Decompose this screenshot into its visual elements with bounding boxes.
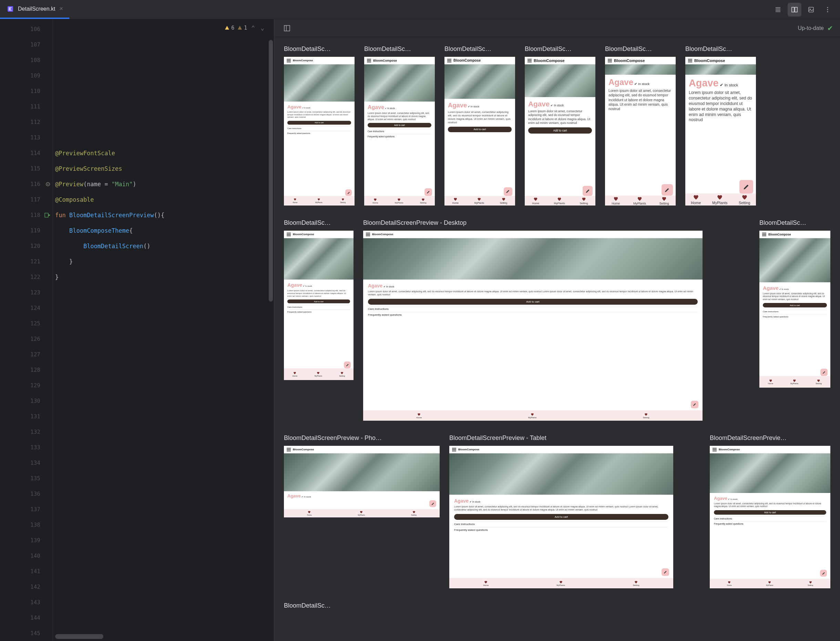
- view-design-icon[interactable]: [804, 3, 818, 16]
- code-line[interactable]: [53, 378, 274, 393]
- inspections-widget[interactable]: 6 1 ⌃ ⌄: [222, 23, 268, 33]
- code-line[interactable]: [53, 502, 274, 517]
- file-tab-active[interactable]: DetailScreen.kt ×: [0, 0, 69, 19]
- preview-canvas[interactable]: BloomDetailSc…BloomComposeAgave ✔ In sto…: [274, 37, 840, 641]
- line-number-row: 143: [0, 594, 53, 610]
- preview-item[interactable]: BloomDetailSc…BloomComposeAgave ✔ In sto…: [444, 45, 515, 206]
- chevron-down-icon[interactable]: ⌄: [259, 24, 266, 31]
- preview-item[interactable]: BloomDetailSc…BloomComposeAgave ✔ In sto…: [759, 219, 830, 421]
- code-line[interactable]: [53, 316, 274, 331]
- preview-mock[interactable]: BloomComposeAgave ✔ In stockLorem ipsum …: [685, 57, 756, 206]
- preview-item[interactable]: BloomDetailScreenPreview - Pho…BloomComp…: [284, 435, 439, 588]
- code-line[interactable]: [53, 533, 274, 548]
- preview-item[interactable]: BloomDetailSc…BloomComposeAgave ✔ In sto…: [284, 45, 355, 206]
- code-line[interactable]: BloomDetailScreen(): [53, 238, 274, 254]
- code-line[interactable]: [53, 347, 274, 362]
- run-preview-icon[interactable]: [44, 212, 51, 218]
- code-line[interactable]: [53, 409, 274, 424]
- close-icon[interactable]: ×: [60, 5, 63, 12]
- vertical-scrollbar-thumb[interactable]: [269, 40, 273, 301]
- line-number: 142: [30, 583, 40, 590]
- code-line[interactable]: [53, 517, 274, 533]
- preview-mock[interactable]: BloomComposeAgave ✔ In stockLorem ipsum …: [449, 446, 673, 588]
- code-line[interactable]: [53, 594, 274, 610]
- preview-item[interactable]: BloomDetailSc…BloomComposeAgave ✔ In sto…: [525, 45, 595, 206]
- preview-item[interactable]: BloomDetailSc…BloomComposeAgave ✔ In sto…: [605, 45, 676, 206]
- preview-item[interactable]: BloomDetailSc…BloomComposeAgave ✔ In sto…: [685, 45, 756, 206]
- code-line[interactable]: }: [53, 254, 274, 269]
- preview-item[interactable]: BloomDetailScreenPrevie…BloomComposeAgav…: [710, 435, 830, 588]
- vertical-scrollbar-track[interactable]: [267, 19, 274, 641]
- code-line[interactable]: BloomComposeTheme{: [53, 223, 274, 238]
- code-line[interactable]: [53, 548, 274, 564]
- preview-item[interactable]: BloomDetailScreenPreview - TabletBloomCo…: [449, 435, 673, 588]
- preview-mock[interactable]: BloomComposeAgave ✔ In stockLorem ipsum …: [284, 57, 355, 206]
- preview-mock[interactable]: BloomComposeAgave ✔ In stockLorem ipsum …: [284, 231, 354, 380]
- code-line[interactable]: [53, 114, 274, 130]
- code-line[interactable]: [53, 331, 274, 347]
- gear-icon[interactable]: [45, 181, 51, 187]
- warnings-count[interactable]: 6: [224, 25, 234, 31]
- code-line[interactable]: [53, 68, 274, 83]
- svg-point-4: [810, 8, 811, 9]
- code-line[interactable]: [53, 393, 274, 409]
- code-line[interactable]: fun BloomDetailScreenPreview(){: [53, 207, 274, 223]
- code-line[interactable]: [53, 610, 274, 625]
- code-line[interactable]: }: [53, 269, 274, 285]
- code-line[interactable]: @PreviewScreenSizes: [53, 161, 274, 176]
- line-number-row: 109: [0, 68, 53, 83]
- line-number-row: 106: [0, 21, 53, 37]
- weak-warnings-count[interactable]: 1: [237, 25, 247, 31]
- preview-mock[interactable]: BloomComposeAgave ✔ In stockHomeMyPlants…: [284, 446, 439, 517]
- code-line[interactable]: [53, 455, 274, 470]
- code-area[interactable]: @PreviewFontScale@PreviewScreenSizes@Pre…: [53, 19, 274, 641]
- code-line[interactable]: [53, 37, 274, 52]
- preview-title: BloomDetailSc…: [525, 45, 595, 53]
- code-line[interactable]: [53, 285, 274, 300]
- line-number: 122: [30, 274, 40, 280]
- preview-title: BloomDetailScreenPreview - Desktop: [363, 219, 703, 227]
- preview-mock[interactable]: BloomComposeAgave ✔ In stockLorem ipsum …: [759, 231, 830, 388]
- code-line[interactable]: [53, 52, 274, 68]
- code-line[interactable]: [53, 424, 274, 440]
- code-line[interactable]: [53, 83, 274, 99]
- line-number: 109: [30, 72, 40, 79]
- code-line[interactable]: [53, 300, 274, 316]
- preview-mock[interactable]: BloomComposeAgave ✔ In stockLorem ipsum …: [444, 57, 515, 206]
- view-split-icon[interactable]: [788, 3, 801, 16]
- preview-item[interactable]: BloomDetailSc…BloomComposeAgave ✔ In sto…: [364, 45, 435, 206]
- code-line[interactable]: @Preview(name = "Main"): [53, 176, 274, 192]
- compose-preview-pane: Up-to-date ✔ BloomDetailSc…BloomComposeA…: [274, 19, 840, 641]
- preview-mock[interactable]: BloomComposeAgave ✔ In stockLorem ipsum …: [364, 57, 435, 206]
- preview-item[interactable]: BloomDetailScreenPreview - DesktopBloomC…: [363, 219, 703, 421]
- view-list-icon[interactable]: [771, 3, 785, 16]
- horizontal-scrollbar[interactable]: [55, 634, 103, 639]
- preview-mock[interactable]: BloomComposeAgave ✔ In stockLorem ipsum …: [605, 57, 676, 206]
- code-line[interactable]: [53, 486, 274, 502]
- code-line[interactable]: [53, 564, 274, 579]
- chevron-up-icon[interactable]: ⌃: [250, 24, 256, 31]
- preview-item[interactable]: BloomDetailSc…: [284, 602, 360, 614]
- line-number-row: 119: [0, 223, 53, 238]
- preview-layout-icon[interactable]: [281, 23, 293, 34]
- code-line[interactable]: @Composable: [53, 192, 274, 207]
- line-number: 124: [30, 304, 40, 311]
- line-number-row: 139: [0, 533, 53, 548]
- code-line[interactable]: [53, 579, 274, 594]
- preview-item[interactable]: BloomDetailSc…BloomComposeAgave ✔ In sto…: [284, 219, 354, 421]
- code-line[interactable]: [53, 470, 274, 486]
- code-line[interactable]: [53, 99, 274, 114]
- preview-mock[interactable]: BloomComposeAgave ✔ In stockLorem ipsum …: [710, 446, 830, 588]
- code-line[interactable]: @PreviewFontScale: [53, 145, 274, 161]
- editor-tab-bar: DetailScreen.kt ×: [0, 0, 840, 19]
- code-line[interactable]: [53, 362, 274, 378]
- line-number-row: 132: [0, 424, 53, 440]
- line-number: 112: [30, 119, 40, 125]
- code-line[interactable]: [53, 440, 274, 455]
- preview-mock[interactable]: BloomComposeAgave ✔ In stockLorem ipsum …: [363, 231, 703, 421]
- more-icon[interactable]: [821, 3, 835, 16]
- line-number: 127: [30, 351, 40, 358]
- preview-mock[interactable]: BloomComposeAgave ✔ In stockLorem ipsum …: [525, 57, 595, 206]
- line-number: 117: [30, 196, 40, 203]
- code-line[interactable]: [53, 130, 274, 145]
